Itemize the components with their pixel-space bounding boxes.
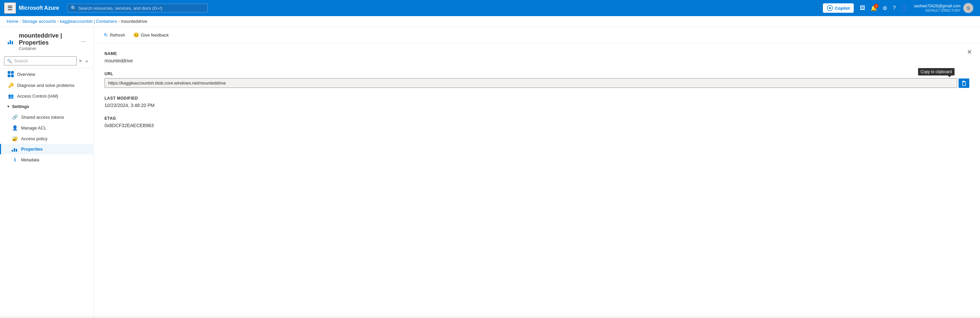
url-field-wrapper: Copy to clipboard bbox=[105, 78, 969, 88]
feedback-icon: 😊 bbox=[133, 32, 139, 38]
breadcrumb-sep-1: › bbox=[20, 19, 21, 23]
sidebar-item-label: Metadata bbox=[21, 157, 39, 162]
sidebar-item-label: Overview bbox=[17, 72, 35, 77]
topbar: ☰ Microsoft Azure 🔍 Copilot 🖼 🔔 1 ⚙ ? 👤 … bbox=[0, 0, 980, 16]
topbar-right: Copilot 🖼 🔔 1 ⚙ ? 👤 seohee70428@gmail.co… bbox=[823, 2, 976, 14]
collapse-sidebar-btn[interactable]: « bbox=[84, 57, 89, 65]
metadata-icon: ℹ bbox=[12, 157, 18, 162]
search-icon: 🔍 bbox=[71, 5, 76, 11]
manage-acl-icon: 👤 bbox=[12, 125, 18, 131]
resource-icon bbox=[8, 39, 14, 44]
name-field-group: NAME mounteddrive bbox=[105, 51, 969, 63]
breadcrumb-sep-3: › bbox=[119, 19, 119, 23]
url-input[interactable] bbox=[105, 78, 957, 88]
content-area: ↻ Refresh 😊 Give feedback NAME mounteddr… bbox=[94, 27, 980, 316]
directory-btn[interactable]: 👤 bbox=[899, 3, 910, 13]
settings-section-header[interactable]: ▼ Settings bbox=[0, 101, 94, 112]
url-label: URL bbox=[105, 72, 969, 76]
settings-btn[interactable]: ⚙ bbox=[881, 3, 889, 13]
overview-icon bbox=[8, 71, 14, 77]
shared-access-icon: 🔗 bbox=[12, 114, 18, 120]
feedback-icon-btn[interactable]: 🖼 bbox=[858, 3, 867, 13]
sidebar-item-diagnose[interactable]: 🔑 Diagnose and solve problems bbox=[0, 80, 94, 91]
refresh-button[interactable]: ↻ Refresh bbox=[100, 30, 129, 40]
sidebar-header: mounteddrive | Properties Container ··· bbox=[0, 27, 94, 54]
content-toolbar: ↻ Refresh 😊 Give feedback bbox=[94, 27, 980, 43]
breadcrumb-containers[interactable]: kaggleaccountsh | Containers bbox=[60, 19, 117, 24]
resource-icon-block bbox=[7, 36, 15, 47]
avatar: S bbox=[963, 3, 973, 13]
sidebar-item-metadata[interactable]: ℹ Metadata bbox=[0, 154, 94, 165]
access-policy-icon: 🔐 bbox=[12, 136, 18, 141]
search-clear-btn[interactable]: ✕ bbox=[78, 59, 83, 63]
more-options-btn[interactable]: ··· bbox=[80, 37, 87, 46]
sidebar-search-box[interactable]: 🔍 bbox=[4, 56, 77, 66]
last-modified-label: LAST MODIFIED bbox=[105, 96, 969, 101]
resource-title-block: mounteddrive | Properties Container bbox=[19, 32, 75, 51]
global-search-input[interactable] bbox=[78, 6, 204, 11]
sidebar-item-label: Diagnose and solve problems bbox=[17, 83, 74, 88]
url-field-group: URL Copy to clipboard bbox=[105, 72, 969, 88]
close-panel-btn[interactable]: ✕ bbox=[964, 47, 975, 57]
properties-icon bbox=[12, 147, 18, 152]
diagnose-icon: 🔑 bbox=[8, 83, 14, 88]
last-modified-value: 10/23/2024, 3:48:20 PM bbox=[105, 103, 969, 108]
etag-label: ETAG bbox=[105, 116, 969, 121]
resource-name: mounteddrive | Properties bbox=[19, 32, 75, 46]
svg-rect-2 bbox=[962, 81, 965, 82]
refresh-icon: ↻ bbox=[104, 32, 108, 38]
breadcrumb-current: mounteddrive bbox=[121, 19, 147, 24]
sidebar: mounteddrive | Properties Container ··· … bbox=[0, 27, 94, 316]
sidebar-item-overview[interactable]: Overview bbox=[0, 69, 94, 80]
sidebar-item-shared-access[interactable]: 🔗 Shared access tokens bbox=[0, 112, 94, 122]
sidebar-item-label: Manage ACL bbox=[21, 125, 46, 131]
last-modified-field-group: LAST MODIFIED 10/23/2024, 3:48:20 PM bbox=[105, 96, 969, 108]
sidebar-item-manage-acl[interactable]: 👤 Manage ACL bbox=[0, 122, 94, 133]
etag-value: 0x8DCF32EAECEB963 bbox=[105, 123, 969, 128]
copy-tooltip: Copy to clipboard bbox=[918, 68, 955, 75]
brand-name: Microsoft Azure bbox=[19, 5, 59, 11]
user-profile[interactable]: seohee70428@gmail.com DEFAULT DIRECTORY … bbox=[911, 2, 976, 14]
resource-type: Container bbox=[19, 46, 75, 51]
global-search-box[interactable]: 🔍 bbox=[67, 4, 208, 13]
copilot-button[interactable]: Copilot bbox=[823, 3, 854, 13]
sidebar-item-label: Properties bbox=[21, 147, 43, 152]
copy-to-clipboard-btn[interactable] bbox=[959, 78, 969, 88]
hamburger-menu[interactable]: ☰ bbox=[4, 2, 16, 14]
sidebar-search-icon: 🔍 bbox=[7, 59, 12, 63]
sidebar-item-label: Shared access tokens bbox=[21, 115, 64, 120]
user-text: seohee70428@gmail.com DEFAULT DIRECTORY bbox=[914, 4, 961, 12]
breadcrumb-home[interactable]: Home bbox=[7, 19, 18, 24]
etag-field-group: ETAG 0x8DCF32EAECEB963 bbox=[105, 116, 969, 128]
breadcrumb-storage[interactable]: Storage accounts bbox=[22, 19, 56, 24]
sidebar-item-label: Access policy bbox=[21, 136, 48, 141]
iam-icon: 👥 bbox=[8, 93, 14, 99]
main-layout: mounteddrive | Properties Container ··· … bbox=[0, 27, 980, 316]
name-value: mounteddrive bbox=[105, 58, 969, 63]
sidebar-search-input[interactable] bbox=[14, 58, 74, 63]
breadcrumb: Home › Storage accounts › kaggleaccounts… bbox=[0, 16, 980, 27]
sidebar-item-iam[interactable]: 👥 Access Control (IAM) bbox=[0, 91, 94, 101]
name-label: NAME bbox=[105, 51, 969, 56]
notification-badge: 1 bbox=[874, 4, 878, 8]
sidebar-item-properties[interactable]: Properties bbox=[0, 144, 94, 154]
notifications-btn[interactable]: 🔔 1 bbox=[869, 3, 879, 13]
copilot-icon bbox=[827, 5, 833, 11]
settings-section-label: Settings bbox=[12, 104, 29, 109]
help-btn[interactable]: ? bbox=[891, 3, 897, 13]
give-feedback-button[interactable]: 😊 Give feedback bbox=[130, 30, 172, 40]
sidebar-search-row: 🔍 ✕ « bbox=[0, 54, 94, 69]
properties-content: NAME mounteddrive URL Copy to clipboard bbox=[94, 43, 980, 144]
chevron-down-icon: ▼ bbox=[7, 105, 10, 108]
clipboard-icon bbox=[961, 80, 967, 86]
svg-rect-1 bbox=[963, 82, 966, 86]
sidebar-item-label: Access Control (IAM) bbox=[17, 94, 58, 99]
breadcrumb-sep-2: › bbox=[57, 19, 58, 23]
sidebar-item-access-policy[interactable]: 🔐 Access policy bbox=[0, 133, 94, 144]
